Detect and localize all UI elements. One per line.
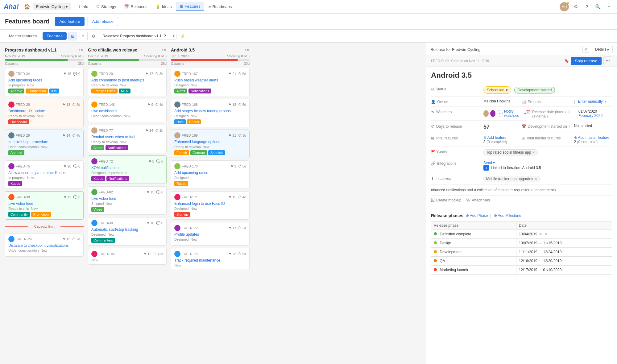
card-title-fred-168[interactable]: Add stages fro new touring groups [174, 109, 246, 113]
details-button[interactable]: Details ▸ [592, 46, 613, 53]
nav-features[interactable]: ⊞Features [176, 2, 204, 11]
add-master-feature-link[interactable]: ⊕ Add master feature [574, 135, 610, 140]
card-title-fred-20[interactable]: Add community to post meetups [91, 78, 163, 82]
card-fred-172[interactable]: FRED-172 ⚑ 17 ⏱ 2d Profile updates Desig… [171, 222, 250, 246]
tag[interactable]: Community [8, 212, 30, 217]
card-fred-28[interactable]: FRED-28 ⚑ 13 ⏱ 2d Dashboard UX update Re… [5, 99, 84, 127]
card-title-fred-172[interactable]: Profile updates [174, 232, 246, 237]
tag[interactable]: French [174, 150, 189, 155]
tag[interactable]: Android [8, 150, 24, 155]
add-release-button[interactable]: Add release [88, 17, 118, 26]
phase-delete-button[interactable]: ✕ [544, 232, 547, 236]
phase-edit-button[interactable]: ✏ [539, 232, 542, 236]
card-title-fred-34[interactable]: Add upcoming races [8, 78, 80, 82]
nav-ideas[interactable]: 💡Ideas [152, 2, 176, 11]
tag[interactable]: German [190, 150, 207, 155]
card-fred-77[interactable]: FRED-77 ⚑ 14 ⏱ 1h Remind users when to f… [88, 125, 167, 153]
tag[interactable]: MTN [119, 89, 130, 93]
nav-roadmaps[interactable]: ≡Roadmaps [205, 2, 235, 11]
add-feature-link[interactable]: ⊕ Add feature [483, 135, 507, 140]
card-title-fred-171[interactable]: Enhanced login to use Face ID [174, 201, 246, 206]
card-title-fred-169[interactable]: Enhanced language options [174, 140, 246, 144]
card-title-fred-126[interactable]: Distance to checkpoint visualizations [8, 243, 80, 248]
add-feature-button[interactable]: Add feature [55, 17, 84, 26]
tab-master-features[interactable]: Master features [5, 32, 41, 40]
releases-select[interactable]: Releases: Progress dashboard v1.1, P... [100, 33, 176, 39]
card-title-fred-77[interactable]: Remind users when to fuel [91, 135, 163, 139]
card-title-fred-38[interactable]: Live video feed [8, 201, 80, 206]
send-button[interactable]: Send ▾ [483, 161, 495, 165]
remove-initiative-button[interactable]: ✕ [534, 177, 537, 181]
view-list-icon[interactable]: ≡ [79, 32, 88, 40]
tag[interactable]: Kudos [8, 181, 22, 186]
tag[interactable]: Promotion [31, 212, 51, 217]
card-fred-72[interactable]: FRED-72 ⚑ 8 💬 0 KOM notifications Design… [88, 155, 167, 184]
card-title-fred-170[interactable]: Add upcoming races [174, 171, 246, 175]
create-mockup-link[interactable]: 🖼 Create mockup [431, 198, 461, 202]
ship-release-button[interactable]: Ship release [571, 57, 602, 65]
card-fred-146[interactable]: FRED-146 ⚑ 9 ⏱ 1d Live dashboard Under c… [88, 99, 167, 122]
card-title-fred-82[interactable]: Live video feed [91, 196, 163, 201]
card-fred-29[interactable]: FRED-29 ⚑ 14 ⏱ 4d Improve login procedur… [5, 130, 84, 158]
status-scheduled-badge[interactable]: Scheduled ▾ [483, 86, 511, 94]
card-fred-126[interactable]: FRED-126 ⚑ 13 ⏱ 7d Distance to checkpoin… [5, 233, 84, 257]
notify-watchers-link[interactable]: Notify watchers ▾ [504, 109, 526, 118]
owner-name[interactable]: Melissa Hopkins [483, 99, 522, 104]
user-avatar[interactable]: MH [560, 2, 569, 11]
tag[interactable]: Dashboard [8, 119, 29, 124]
board-settings-icon[interactable]: ⚙ [89, 32, 98, 40]
remove-goal-button[interactable]: ✕ [532, 151, 535, 155]
home-button[interactable]: 🏠 [23, 2, 32, 11]
settings-nav-icon[interactable]: ⚙ [571, 2, 580, 11]
tag[interactable]: Notifications [106, 145, 128, 150]
card-title-fred-28[interactable]: Dashboard UX update [8, 109, 80, 113]
add-watcher-button[interactable]: + [497, 110, 503, 117]
tag[interactable]: iOS [49, 89, 59, 93]
external-date-link[interactable]: February 2020 [578, 114, 603, 118]
card-fred-38[interactable]: FRED-38 ⚑ 12 💬 0 Live video feed Ready t… [5, 191, 84, 220]
panel-close-button[interactable]: ✕ [582, 46, 589, 53]
add-icon[interactable]: ＋ [605, 2, 613, 11]
add-milestone-link[interactable]: ⊕ Add Milestone [494, 213, 521, 218]
tag[interactable]: Kudos [91, 176, 105, 181]
column-menu-2[interactable]: ••• [162, 48, 167, 52]
card-title-fred-30[interactable]: Automatic start/stop tracking [91, 227, 163, 232]
card-fred-175[interactable]: FRED-175 ⚑ 26 ⏱ 6d Track required mainte… [171, 248, 250, 270]
tag[interactable]: Competition [26, 89, 48, 93]
card-fred-168[interactable]: FRED-168 ⚑ 18 ⏱ 5d Add stages fro new to… [171, 99, 250, 127]
tag[interactable]: Android [8, 89, 24, 93]
nav-strategy[interactable]: ⊙Strategy [93, 2, 120, 11]
attach-files-link[interactable]: 📎 Attach files [466, 198, 490, 202]
help-icon[interactable]: ? [582, 2, 591, 11]
view-grid-icon[interactable]: ⊞ [68, 32, 77, 40]
tag[interactable]: Sign up [174, 212, 190, 217]
enter-manually-link[interactable]: Enter manually [578, 99, 603, 104]
status-dev-started-badge[interactable]: Development started [514, 87, 555, 93]
card-title-fred-167[interactable]: Push based weather alerts [174, 78, 246, 82]
filter-icon[interactable]: ⚡ [178, 32, 187, 40]
tag[interactable]: Commenters [91, 238, 115, 243]
tag[interactable]: Alerts [174, 89, 187, 93]
card-title-fred-175[interactable]: Track required maintenance [174, 258, 246, 263]
tag[interactable]: Races [174, 181, 188, 186]
card-fred-170[interactable]: FRED-170 ⚑ 9 ⏱ 3d Add upcoming races Des… [171, 160, 250, 189]
product-dropdown[interactable]: Fredwin Cycling ▾ [33, 3, 71, 10]
column-menu-3[interactable]: ••• [245, 48, 250, 52]
tag[interactable]: Data [174, 119, 186, 124]
column-menu-1[interactable]: ••• [79, 48, 84, 52]
tag[interactable]: Races [187, 119, 201, 124]
add-phase-link[interactable]: ⊕ Add Phase [466, 213, 488, 218]
more-options-button[interactable]: ••• [603, 56, 612, 65]
card-title-fred-146[interactable]: Live dashboard [91, 109, 163, 113]
tag[interactable]: Notifications [106, 176, 129, 181]
card-fred-167[interactable]: FRED-167 ⚑ 21 ⏱ 5d Push based weather al… [171, 68, 250, 96]
tag[interactable]: Video [91, 207, 104, 212]
tag[interactable]: Alerts [91, 145, 104, 150]
tab-features[interactable]: Features [43, 32, 66, 40]
card-fred-82[interactable]: FRED-82 ⚑ 13 💬 0 Live video feed Shipped… [88, 186, 167, 215]
search-icon[interactable]: 🔍 [594, 2, 602, 11]
card-fred-169[interactable]: FRED-169 ⚑ 21 ⏱ 3d Enhanced language opt… [171, 130, 250, 158]
tag[interactable]: Franky's Bikes [91, 89, 118, 93]
card-title-fred-29[interactable]: Improve login procedure [8, 140, 80, 144]
card-fred-30[interactable]: FRED-30 ⚑ 10 💬 0 Automatic start/stop tr… [88, 217, 167, 246]
